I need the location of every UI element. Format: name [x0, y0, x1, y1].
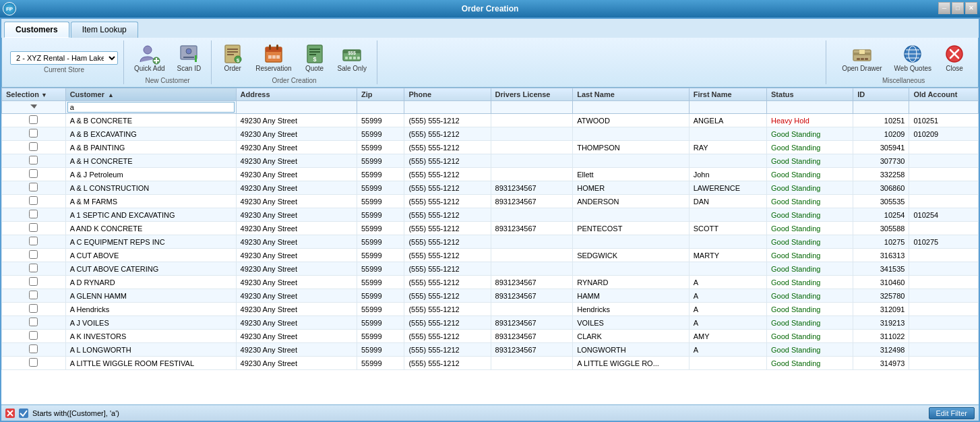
row-checkbox[interactable]: [29, 237, 38, 245]
col-id[interactable]: ID: [853, 88, 909, 101]
row-checkbox[interactable]: [29, 264, 38, 272]
close-button-titlebar[interactable]: ✕: [965, 2, 977, 14]
row-checkbox-cell[interactable]: [2, 249, 66, 262]
table-row[interactable]: A CUT ABOVE CATERING 49230 Any Street 55…: [2, 262, 979, 276]
edit-filter-button[interactable]: Edit Filter: [929, 407, 975, 419]
reservation-button[interactable]: Reservation: [251, 40, 296, 76]
tab-customers[interactable]: Customers: [4, 22, 69, 38]
col-oldaccount[interactable]: Old Account: [909, 88, 979, 101]
sale-only-button[interactable]: $$$ Sale Only: [333, 40, 371, 76]
col-firstname[interactable]: First Name: [689, 88, 766, 101]
col-lastname[interactable]: Last Name: [573, 88, 690, 101]
row-zip: 55999: [357, 222, 404, 235]
filter-active-icon[interactable]: [19, 409, 28, 418]
row-checkbox-cell[interactable]: [2, 127, 66, 141]
row-checkbox[interactable]: [29, 115, 38, 124]
title-bar-controls[interactable]: ─ □ ✕: [938, 2, 977, 14]
row-checkbox-cell[interactable]: [2, 141, 66, 154]
table-row[interactable]: A & J Petroleum 49230 Any Street 55999 (…: [2, 168, 979, 181]
table-row[interactable]: A C EQUIPMENT REPS INC 49230 Any Street …: [2, 235, 979, 249]
col-address[interactable]: Address: [236, 88, 357, 101]
minimize-button[interactable]: ─: [938, 2, 950, 14]
row-oldaccount: [909, 222, 979, 235]
table-row[interactable]: A AND K CONCRETE 49230 Any Street 55999 …: [2, 222, 979, 235]
table-row[interactable]: A & M FARMS 49230 Any Street 55999 (555)…: [2, 195, 979, 208]
row-checkbox-cell[interactable]: [2, 330, 66, 343]
row-address: 49230 Any Street: [236, 249, 357, 262]
row-checkbox[interactable]: [29, 277, 38, 286]
row-checkbox[interactable]: [29, 210, 38, 218]
store-select[interactable]: 2 - XYZ Rental - Ham Lake: [10, 51, 118, 65]
open-drawer-button[interactable]: Open Drawer: [837, 40, 886, 76]
row-checkbox-cell[interactable]: [2, 168, 66, 181]
col-dl[interactable]: Drivers License: [491, 88, 573, 101]
row-checkbox-cell[interactable]: [2, 276, 66, 289]
table-row[interactable]: A D RYNARD 49230 Any Street 55999 (555) …: [2, 276, 979, 289]
col-selection[interactable]: Selection ▼: [2, 88, 66, 101]
row-checkbox[interactable]: [29, 169, 38, 178]
table-row[interactable]: A & L CONSTRUCTION 49230 Any Street 5599…: [2, 181, 979, 195]
row-checkbox-cell[interactable]: [2, 154, 66, 168]
scan-id-button[interactable]: Scan ID: [173, 40, 206, 76]
filter-customer-cell[interactable]: [65, 101, 236, 114]
row-checkbox[interactable]: [29, 358, 38, 367]
quote-button[interactable]: $ Quote: [299, 40, 330, 76]
tab-item-lookup[interactable]: Item Lookup: [71, 22, 138, 38]
row-checkbox[interactable]: [29, 344, 38, 353]
row-checkbox[interactable]: [29, 250, 38, 259]
filter-remove-icon[interactable]: [5, 409, 15, 418]
row-customer: A D RYNARD: [65, 276, 236, 289]
row-checkbox-cell[interactable]: [2, 343, 66, 357]
col-zip[interactable]: Zip: [357, 88, 404, 101]
row-checkbox-cell[interactable]: [2, 181, 66, 195]
data-table[interactable]: Selection ▼ Customer ▲ Address Zip Phone…: [1, 88, 979, 404]
table-row[interactable]: A & H CONCRETE 49230 Any Street 55999 (5…: [2, 154, 979, 168]
row-id: 305535: [853, 195, 909, 208]
table-row[interactable]: A L LONGWORTH 49230 Any Street 55999 (55…: [2, 343, 979, 357]
row-checkbox-cell[interactable]: [2, 222, 66, 235]
table-row[interactable]: A & B PAINTING 49230 Any Street 55999 (5…: [2, 141, 979, 154]
table-row[interactable]: A K INVESTORS 49230 Any Street 55999 (55…: [2, 330, 979, 343]
row-checkbox-cell[interactable]: [2, 114, 66, 127]
table-row[interactable]: A J VOILES 49230 Any Street 55999 (555) …: [2, 316, 979, 330]
row-checkbox-cell[interactable]: [2, 289, 66, 303]
filter-customer-input[interactable]: [67, 102, 235, 113]
row-checkbox-cell[interactable]: [2, 303, 66, 316]
row-checkbox-cell[interactable]: [2, 208, 66, 222]
row-checkbox[interactable]: [29, 183, 38, 191]
row-lastname: RYNARD: [573, 276, 690, 289]
col-phone[interactable]: Phone: [404, 88, 491, 101]
row-id: 332258: [853, 168, 909, 181]
row-checkbox[interactable]: [29, 142, 38, 151]
row-checkbox-cell[interactable]: [2, 235, 66, 249]
maximize-button[interactable]: □: [952, 2, 964, 14]
close-app-button[interactable]: Close: [939, 40, 970, 76]
col-customer[interactable]: Customer ▲: [65, 88, 236, 101]
order-button[interactable]: $ Order: [217, 40, 248, 76]
row-checkbox[interactable]: [29, 291, 38, 299]
row-checkbox[interactable]: [29, 304, 38, 313]
table-row[interactable]: A GLENN HAMM 49230 Any Street 55999 (555…: [2, 289, 979, 303]
row-firstname: [689, 208, 766, 222]
col-status[interactable]: Status: [767, 88, 853, 101]
table-row[interactable]: A & B CONCRETE 49230 Any Street 55999 (5…: [2, 114, 979, 127]
table-row[interactable]: A 1 SEPTIC AND EXCAVATING 49230 Any Stre…: [2, 208, 979, 222]
row-id: 307730: [853, 154, 909, 168]
row-checkbox[interactable]: [29, 196, 38, 205]
row-checkbox-cell[interactable]: [2, 316, 66, 330]
web-quotes-button[interactable]: Web Quotes: [890, 40, 936, 76]
row-checkbox-cell[interactable]: [2, 262, 66, 276]
row-checkbox[interactable]: [29, 223, 38, 232]
row-checkbox-cell[interactable]: [2, 357, 66, 370]
table-row[interactable]: A Hendricks 49230 Any Street 55999 (555)…: [2, 303, 979, 316]
quick-add-button[interactable]: Quick Add: [129, 40, 170, 76]
table-row[interactable]: A LITTLE WIGGLE ROOM FESTIVAL 49230 Any …: [2, 357, 979, 370]
row-checkbox[interactable]: [29, 318, 38, 326]
row-checkbox[interactable]: [29, 156, 38, 164]
row-checkbox-cell[interactable]: [2, 195, 66, 208]
table-row[interactable]: A & B EXCAVATING 49230 Any Street 55999 …: [2, 127, 979, 141]
table-row[interactable]: A CUT ABOVE 49230 Any Street 55999 (555)…: [2, 249, 979, 262]
row-checkbox[interactable]: [29, 129, 38, 138]
row-zip: 55999: [357, 127, 404, 141]
row-checkbox[interactable]: [29, 331, 38, 340]
